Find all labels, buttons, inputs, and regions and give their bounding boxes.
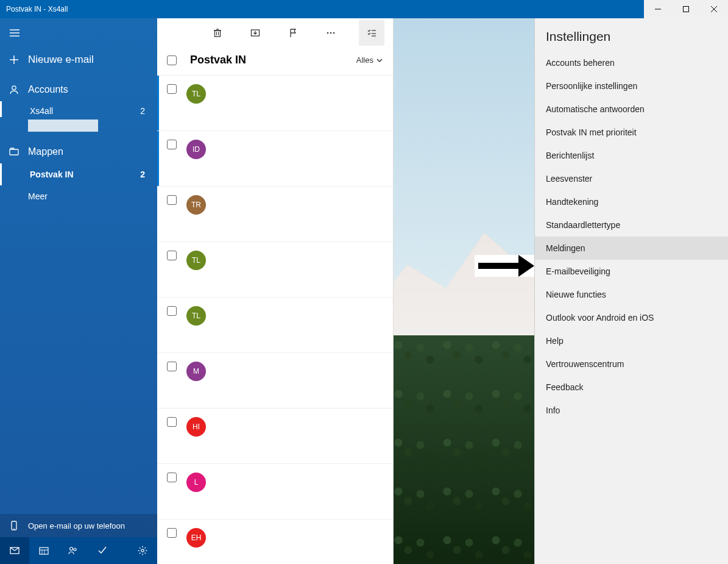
avatar: M	[186, 362, 206, 381]
select-mode-button[interactable]	[359, 20, 384, 46]
message-row[interactable]: M	[157, 353, 393, 409]
settings-button[interactable]	[128, 537, 157, 564]
settings-item[interactable]: Standaardlettertype	[535, 213, 728, 237]
accounts-header[interactable]: Accounts	[0, 78, 157, 101]
account-count: 2	[140, 106, 145, 116]
svg-rect-14	[40, 548, 48, 554]
svg-line-27	[140, 553, 141, 554]
todo-app-button[interactable]	[88, 537, 117, 564]
select-list-icon	[366, 27, 377, 38]
minimize-button[interactable]	[644, 0, 672, 18]
svg-line-26	[145, 553, 146, 554]
settings-item[interactable]: Outlook voor Android en iOS	[535, 306, 728, 329]
annotation-arrow	[475, 255, 534, 277]
message-row[interactable]: TR	[157, 187, 393, 242]
settings-item[interactable]: Automatische antwoorden	[535, 98, 728, 121]
settings-item[interactable]: Meldingen	[535, 237, 728, 260]
settings-item[interactable]: Info	[535, 399, 728, 422]
message-row[interactable]: L	[157, 464, 393, 519]
svg-rect-10	[10, 149, 18, 155]
avatar: TR	[186, 195, 206, 215]
new-mail-button[interactable]: Nieuwe e-mail	[0, 48, 157, 78]
svg-point-37	[333, 32, 335, 34]
avatar: TL	[186, 306, 206, 326]
message-checkbox[interactable]	[167, 306, 177, 316]
mail-app-button[interactable]	[0, 537, 29, 564]
message-checkbox[interactable]	[167, 417, 177, 427]
plus-icon	[9, 54, 19, 65]
message-checkbox[interactable]	[167, 528, 177, 538]
folder-inbox-label: Postvak IN	[30, 170, 74, 179]
message-row[interactable]: HI	[157, 409, 393, 464]
avatar: L	[186, 473, 206, 492]
filter-label: Alles	[356, 55, 373, 65]
folder-more[interactable]: Meer	[0, 185, 157, 207]
settings-item[interactable]: Vertrouwenscentrum	[535, 352, 728, 376]
filter-dropdown[interactable]: Alles	[356, 55, 383, 65]
message-list-pane: Postvak IN Alles TLIDTRTLTLMHILEH	[157, 18, 394, 564]
settings-item[interactable]: Berichtenlijst	[535, 144, 728, 167]
unread-indicator	[157, 76, 159, 130]
message-checkbox[interactable]	[167, 473, 177, 482]
message-checkbox[interactable]	[167, 84, 177, 94]
new-mail-label: Nieuwe e-mail	[28, 54, 94, 66]
message-row[interactable]: ID	[157, 131, 393, 187]
delete-button[interactable]	[208, 23, 227, 43]
avatar: TL	[186, 84, 206, 104]
svg-rect-1	[684, 7, 689, 12]
select-all-checkbox[interactable]	[167, 55, 177, 65]
settings-item[interactable]: Leesvenster	[535, 167, 728, 190]
message-checkbox[interactable]	[167, 251, 177, 260]
hamburger-button[interactable]	[0, 18, 29, 48]
sidebar: Nieuwe e-mail Accounts Xs4all 2 Mappen P…	[0, 18, 157, 564]
archive-button[interactable]	[246, 23, 265, 43]
people-app-button[interactable]	[58, 537, 88, 564]
message-row[interactable]: TL	[157, 242, 393, 298]
flag-button[interactable]	[283, 23, 303, 43]
settings-title: Instellingen	[535, 18, 728, 51]
settings-item[interactable]: Nieuwe functies	[535, 283, 728, 306]
message-checkbox[interactable]	[167, 362, 177, 371]
folders-header[interactable]: Mappen	[0, 140, 157, 163]
unread-indicator	[157, 131, 159, 186]
settings-item[interactable]: Feedback	[535, 376, 728, 399]
message-toolbar	[157, 18, 393, 48]
open-on-phone-button[interactable]: Open e-mail op uw telefoon	[0, 514, 157, 537]
close-button[interactable]	[700, 0, 728, 18]
svg-point-19	[74, 548, 76, 551]
reading-pane: Instellingen Accounts beherenPersoonlijk…	[394, 18, 728, 564]
avatar: HI	[186, 417, 206, 437]
message-row[interactable]: EH	[157, 519, 393, 564]
sidebar-bottom: Open e-mail op uw telefoon	[0, 514, 157, 564]
folder-inbox[interactable]: Postvak IN 2	[0, 163, 157, 185]
settings-item[interactable]: Postvak IN met prioriteit	[535, 121, 728, 144]
message-list: TLIDTRTLTLMHILEH	[157, 76, 393, 564]
settings-item[interactable]: Persoonlijke instellingen	[535, 74, 728, 98]
calendar-app-button[interactable]	[29, 537, 58, 564]
flag-icon	[288, 27, 299, 38]
list-title: Postvak IN	[190, 54, 356, 66]
settings-item[interactable]: Accounts beheren	[535, 51, 728, 74]
chevron-down-icon	[376, 57, 383, 64]
svg-point-20	[141, 549, 144, 552]
message-checkbox[interactable]	[167, 140, 177, 149]
svg-point-9	[12, 86, 16, 90]
phone-icon	[9, 520, 19, 531]
person-icon	[9, 84, 19, 95]
settings-item[interactable]: Handtekening	[535, 190, 728, 213]
folder-inbox-count: 2	[140, 170, 145, 179]
message-row[interactable]: TL	[157, 76, 393, 131]
account-name: Xs4all	[30, 106, 53, 116]
folders-label: Mappen	[28, 146, 63, 157]
maximize-button[interactable]	[672, 0, 700, 18]
archive-icon	[250, 27, 261, 38]
account-row[interactable]: Xs4all 2	[0, 101, 157, 117]
settings-item[interactable]: E-mailbeveiliging	[535, 260, 728, 283]
avatar: TL	[186, 251, 206, 270]
message-row[interactable]: TL	[157, 298, 393, 353]
svg-line-28	[145, 548, 146, 549]
message-checkbox[interactable]	[167, 195, 177, 205]
settings-item[interactable]: Help	[535, 329, 728, 352]
folder-icon	[9, 146, 19, 157]
more-button[interactable]	[321, 23, 341, 43]
